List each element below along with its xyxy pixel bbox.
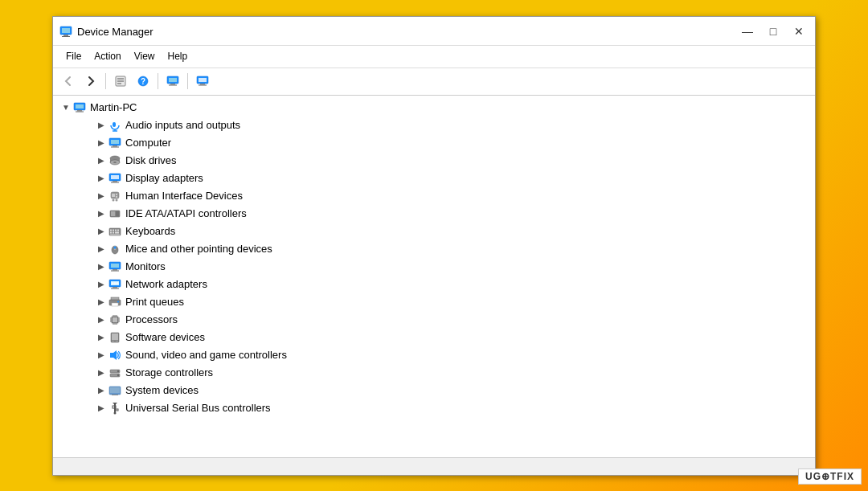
icon-network	[108, 277, 122, 292]
svg-rect-63	[111, 270, 119, 271]
menu-help[interactable]: Help	[162, 49, 194, 63]
tree-item-disk[interactable]: ▶ Disk drives	[53, 152, 815, 170]
toolbar-sep-3	[187, 73, 188, 89]
svg-point-95	[117, 370, 119, 371]
label-sysdev: System devices	[125, 384, 199, 396]
expand-icon-computer: ▶	[95, 137, 108, 149]
device-manager-window: Device Manager — □ ✕ File Action View He…	[52, 16, 816, 476]
title-bar: Device Manager — □ ✕	[53, 17, 815, 46]
back-button[interactable]	[58, 71, 79, 92]
expand-icon-print: ▶	[95, 296, 108, 309]
svg-rect-90	[112, 333, 118, 340]
icon-sound	[108, 348, 122, 362]
label-print: Print queues	[125, 296, 184, 308]
svg-point-41	[113, 198, 115, 201]
label-computer: Computer	[125, 137, 171, 149]
svg-rect-20	[77, 110, 82, 112]
menu-action[interactable]: Action	[88, 49, 127, 63]
icon-monitors	[108, 260, 122, 274]
tree-item-ide[interactable]: ▶ IDE ATA/ATAPI controllers	[53, 205, 815, 223]
svg-rect-69	[113, 287, 117, 288]
title-bar-left: Device Manager	[59, 25, 154, 38]
svg-rect-73	[112, 303, 118, 306]
close-button[interactable]: ✕	[789, 22, 809, 41]
maximize-button[interactable]: □	[764, 22, 783, 41]
device-tree: ▼ Martin-PC ▶	[53, 96, 815, 457]
tree-item-print[interactable]: ▶ Print queues	[53, 293, 815, 311]
label-monitors: Monitors	[125, 260, 166, 272]
svg-rect-56	[110, 234, 120, 235]
expand-icon-storage: ▶	[95, 366, 108, 379]
svg-rect-27	[113, 145, 117, 147]
svg-rect-49	[110, 229, 112, 231]
tree-item-keyboard[interactable]: ▶ Keyboards	[53, 223, 815, 240]
monitor-button[interactable]	[192, 71, 213, 92]
menu-file[interactable]: File	[59, 49, 88, 63]
svg-rect-99	[110, 387, 120, 393]
tree-item-hid[interactable]: ▶ Human Interface Devices	[53, 187, 815, 205]
expand-icon-mice: ▶	[95, 243, 108, 256]
svg-rect-1	[62, 28, 70, 33]
menu-view[interactable]: View	[128, 49, 162, 63]
svg-rect-54	[113, 231, 114, 233]
expand-icon-sound: ▶	[95, 349, 108, 362]
tree-item-display[interactable]: ▶ Display adapters	[53, 170, 815, 187]
svg-rect-34	[111, 175, 119, 179]
svg-point-66	[112, 282, 114, 284]
toolbar-sep-2	[158, 73, 158, 89]
toolbar: ?	[53, 68, 815, 96]
expand-icon-audio: ▶	[95, 119, 108, 132]
label-network: Network adapters	[125, 278, 207, 290]
label-usb: Universal Serial Bus controllers	[125, 402, 271, 414]
svg-rect-21	[76, 111, 84, 112]
svg-rect-38	[112, 194, 115, 197]
expand-icon-ide: ▶	[95, 207, 108, 220]
properties-button[interactable]	[110, 71, 131, 92]
window-controls: — □ ✕	[738, 22, 809, 41]
expand-icon-sysdev: ▶	[95, 384, 108, 397]
tree-item-audio[interactable]: ▶ Audio inputs and outputs	[53, 117, 815, 134]
tree-item-sound[interactable]: ▶ Sound, video and game controllers	[53, 346, 815, 364]
device-view-button[interactable]	[162, 71, 183, 92]
expand-icon-network: ▶	[95, 278, 108, 291]
svg-rect-12	[170, 84, 175, 85]
svg-rect-2	[63, 35, 68, 36]
tree-root-item[interactable]: ▼ Martin-PC	[53, 99, 815, 117]
label-processors: Processors	[125, 313, 178, 325]
icon-display	[108, 171, 122, 186]
svg-rect-61	[111, 264, 119, 268]
tree-item-mice[interactable]: ▶ Mice and other pointing devices	[53, 240, 815, 258]
tree-item-network[interactable]: ▶ Network adapters	[53, 276, 815, 293]
svg-rect-39	[116, 194, 117, 195]
tree-item-processors[interactable]: ▶ Proces	[53, 311, 815, 329]
tree-item-storage[interactable]: ▶ Storage controllers	[53, 364, 815, 382]
tree-item-software[interactable]: ▶ Software devices	[53, 329, 815, 346]
expand-icon-display: ▶	[95, 172, 108, 185]
icon-sysdev	[108, 383, 122, 398]
tree-item-monitors[interactable]: ▶ Monitors	[53, 258, 815, 276]
label-sound: Sound, video and game controllers	[125, 349, 287, 361]
tree-item-computer[interactable]: ▶ Computer	[53, 134, 815, 152]
svg-marker-93	[110, 350, 117, 360]
app-icon	[59, 25, 72, 38]
minimize-button[interactable]: —	[738, 22, 757, 41]
root-icon	[72, 100, 87, 115]
svg-rect-26	[111, 140, 119, 144]
icon-keyboard	[108, 224, 122, 239]
tree-item-usb[interactable]: ▶ Universal Serial Bus controllers	[53, 399, 815, 417]
svg-point-59	[114, 246, 117, 248]
forward-button[interactable]	[80, 71, 101, 92]
label-disk: Disk drives	[125, 154, 177, 166]
help-button[interactable]: ?	[133, 71, 154, 92]
label-ide: IDE ATA/ATAPI controllers	[125, 207, 247, 219]
svg-rect-53	[110, 231, 112, 233]
svg-rect-13	[169, 85, 177, 86]
expand-icon-keyboard: ▶	[95, 225, 108, 238]
expand-icon-usb: ▶	[95, 402, 108, 415]
label-storage: Storage controllers	[125, 366, 213, 378]
tree-item-sysdev[interactable]: ▶ System devices	[53, 382, 815, 399]
svg-rect-19	[76, 104, 84, 108]
svg-point-68	[117, 282, 119, 284]
label-display: Display adapters	[125, 172, 203, 184]
svg-rect-36	[111, 182, 119, 182]
